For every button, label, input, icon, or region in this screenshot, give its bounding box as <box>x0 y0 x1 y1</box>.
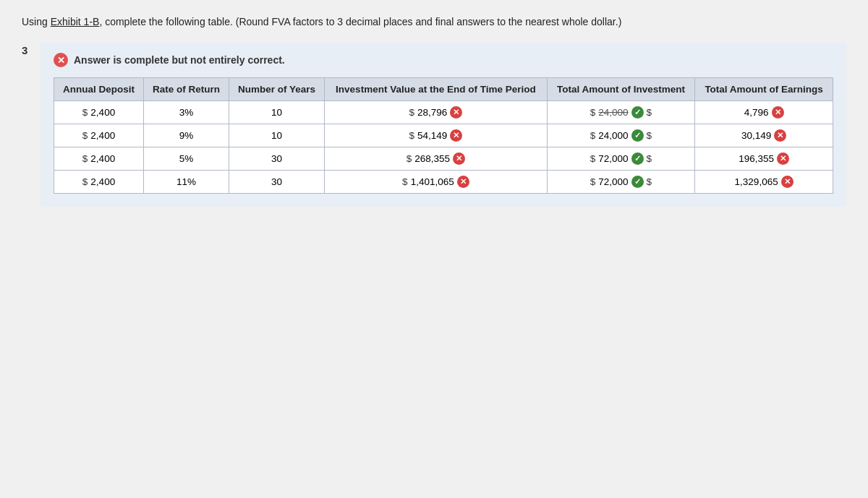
cell-deposit: $2,400 <box>54 124 144 147</box>
cell-total-investment: $ 72,000 ✓ $ <box>547 147 695 171</box>
table-row: $2,4005%30 $ 268,355 ✕ $ 72,000 ✓ $ 196,… <box>54 147 833 171</box>
cell-rate: 5% <box>144 147 229 171</box>
dollar-sign: $ <box>409 107 414 118</box>
dollar-sign: $ <box>82 130 88 141</box>
total-inv-value: 24,000 <box>598 107 628 118</box>
col-header-years: Number of Years <box>229 78 324 101</box>
inv-value: 268,355 <box>414 153 450 164</box>
table-row: $2,4009%10 $ 54,149 ✕ $ 24,000 ✓ $ 30,14… <box>54 124 833 147</box>
table-row: $2,40011%30 $ 1,401,065 ✕ $ 72,000 ✓ $ 1… <box>54 171 833 194</box>
inv-value: 1,401,065 <box>411 176 454 187</box>
check-icon: ✓ <box>631 106 644 119</box>
wrong-icon[interactable]: ✕ <box>450 106 462 119</box>
dollar-sign: $ <box>82 176 88 187</box>
exhibit-link[interactable]: Exhibit 1-B <box>51 16 100 27</box>
dollar-sign-2: $ <box>647 176 652 187</box>
cell-years: 30 <box>229 147 324 171</box>
cell-years: 10 <box>229 101 324 124</box>
cell-investment-value: $ 54,149 ✕ <box>325 124 548 147</box>
dollar-sign: $ <box>590 130 596 141</box>
cell-rate: 11% <box>144 171 229 194</box>
dollar-sign-2: $ <box>647 130 652 141</box>
question-number: 3 <box>22 44 33 56</box>
data-table: Annual Deposit Rate of Return Number of … <box>54 77 833 194</box>
dollar-sign: $ <box>590 153 596 164</box>
cell-deposit: $2,400 <box>54 171 144 194</box>
check-icon: ✓ <box>631 129 644 142</box>
dollar-sign-2: $ <box>647 107 652 118</box>
deposit-value: 2,400 <box>90 107 115 118</box>
cell-deposit: $2,400 <box>54 147 144 171</box>
inv-value: 54,149 <box>417 130 447 141</box>
check-icon: ✓ <box>631 153 644 165</box>
earnings-value: 196,355 <box>739 153 774 164</box>
total-inv-value: 72,000 <box>598 153 628 164</box>
col-header-deposit: Annual Deposit <box>54 78 144 101</box>
col-header-inv-value: Investment Value at the End of Time Peri… <box>325 78 548 101</box>
cell-years: 30 <box>229 171 324 194</box>
deposit-value: 2,400 <box>90 130 115 141</box>
wrong-icon[interactable]: ✕ <box>774 129 786 142</box>
dollar-sign-2: $ <box>647 153 652 164</box>
deposit-value: 2,400 <box>90 176 115 187</box>
cell-earnings: 4,796 ✕ <box>695 101 833 124</box>
inv-value: 28,796 <box>417 107 447 118</box>
cell-total-investment: $ 72,000 ✓ $ <box>547 171 695 194</box>
dollar-sign: $ <box>402 176 408 187</box>
dollar-sign: $ <box>409 130 414 141</box>
page-container: Using Exhibit 1-B, complete the followin… <box>22 14 846 207</box>
dollar-sign: $ <box>590 107 596 118</box>
wrong-icon[interactable]: ✕ <box>453 153 465 165</box>
earnings-value: 1,329,065 <box>735 176 778 187</box>
deposit-value: 2,400 <box>90 153 115 164</box>
status-icon: ✕ <box>54 53 68 67</box>
wrong-icon[interactable]: ✕ <box>781 176 793 188</box>
table-header-row: Annual Deposit Rate of Return Number of … <box>54 78 833 101</box>
cell-earnings: 196,355 ✕ <box>695 147 833 171</box>
status-banner: ✕ Answer is complete but not entirely co… <box>54 53 833 67</box>
col-header-earnings: Total Amount of Earnings <box>695 78 833 101</box>
cell-years: 10 <box>229 124 324 147</box>
dollar-sign: $ <box>82 153 88 164</box>
cell-rate: 3% <box>144 101 229 124</box>
cell-earnings: 1,329,065 ✕ <box>695 171 833 194</box>
cell-investment-value: $ 28,796 ✕ <box>325 101 548 124</box>
dollar-sign: $ <box>82 107 88 118</box>
col-header-total-inv: Total Amount of Investment <box>547 78 695 101</box>
wrong-icon[interactable]: ✕ <box>450 129 462 142</box>
earnings-value: 4,796 <box>744 107 769 118</box>
dollar-sign: $ <box>590 176 596 187</box>
total-inv-value: 72,000 <box>598 176 628 187</box>
dollar-sign: $ <box>407 153 412 164</box>
earnings-value: 30,149 <box>741 130 771 141</box>
cell-deposit: $2,400 <box>54 101 144 124</box>
col-header-rate: Rate of Return <box>144 78 229 101</box>
cell-investment-value: $ 268,355 ✕ <box>325 147 548 171</box>
cell-earnings: 30,149 ✕ <box>695 124 833 147</box>
status-text: Answer is complete but not entirely corr… <box>74 54 285 66</box>
instructions: Using Exhibit 1-B, complete the followin… <box>22 14 846 30</box>
total-inv-value: 24,000 <box>598 130 628 141</box>
cell-rate: 9% <box>144 124 229 147</box>
question-wrapper: 3 ✕ Answer is complete but not entirely … <box>22 43 846 207</box>
cell-total-investment: $ 24,000 ✓ $ <box>547 124 695 147</box>
table-row: $2,4003%10 $ 28,796 ✕ $ 24,000 ✓ $ 4,796… <box>54 101 833 124</box>
cell-total-investment: $ 24,000 ✓ $ <box>547 101 695 124</box>
wrong-icon[interactable]: ✕ <box>457 176 469 188</box>
cell-investment-value: $ 1,401,065 ✕ <box>325 171 548 194</box>
table-section: ✕ Answer is complete but not entirely co… <box>41 43 846 207</box>
wrong-icon[interactable]: ✕ <box>777 153 789 165</box>
check-icon: ✓ <box>631 176 644 188</box>
wrong-icon[interactable]: ✕ <box>772 106 784 119</box>
